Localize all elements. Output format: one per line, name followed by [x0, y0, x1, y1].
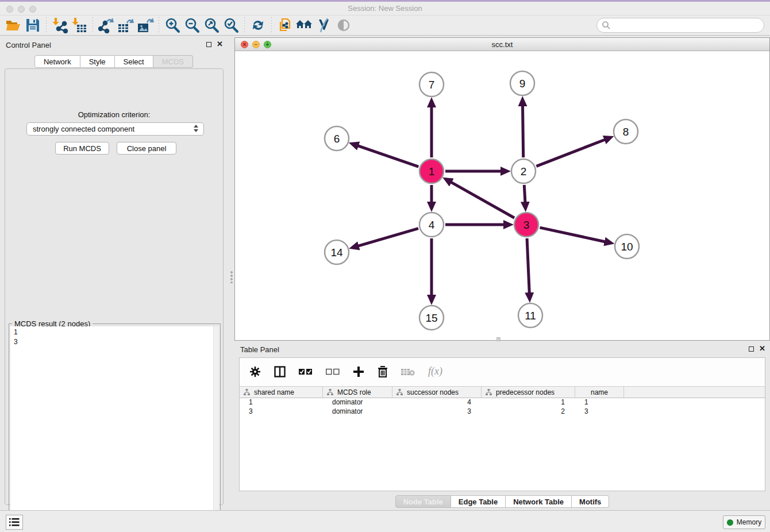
column-panel-icon[interactable] — [274, 366, 286, 377]
close-panel-button[interactable]: Close panel — [117, 142, 176, 155]
optimization-criterion-label: Optimization criterion: — [5, 110, 223, 119]
refresh-layout-icon[interactable] — [248, 17, 268, 34]
float-table-panel-icon[interactable] — [749, 346, 754, 352]
export-table-icon[interactable] — [116, 17, 136, 34]
column-type-icon — [244, 389, 250, 395]
node-3[interactable]: 3 — [514, 213, 538, 237]
node-6[interactable]: 6 — [325, 126, 349, 151]
edge-3-10[interactable] — [540, 228, 605, 242]
float-panel-icon[interactable] — [206, 42, 211, 47]
mcds-result-text[interactable]: 1 3 — [10, 326, 213, 532]
node-7[interactable]: 7 — [419, 72, 444, 97]
tab-node-table[interactable]: Node Table — [395, 495, 451, 508]
node-15[interactable]: 15 — [419, 306, 444, 330]
tab-edge-table[interactable]: Edge Table — [451, 495, 506, 508]
tab-select[interactable]: Select — [115, 55, 153, 68]
cell-successor-nodes[interactable]: 3 — [392, 407, 482, 417]
edge-3-11[interactable] — [527, 238, 529, 294]
node-1[interactable]: 1 — [419, 159, 444, 183]
vertical-splitter-grip[interactable] — [230, 271, 233, 283]
show-hide-icon[interactable] — [334, 17, 353, 34]
edge-3-1[interactable] — [451, 182, 514, 218]
cell-shared-name[interactable]: 3 — [240, 407, 323, 417]
table-toolbar: f(x) — [240, 358, 765, 385]
node-14[interactable]: 14 — [325, 240, 349, 264]
column-header-successor-nodes[interactable]: successor nodes — [392, 387, 482, 398]
network-canvas[interactable]: 7968124314101511 — [235, 51, 769, 340]
column-header-name[interactable]: name — [575, 387, 624, 398]
search-input[interactable] — [611, 21, 754, 29]
mcds-result-group: MCDS result (2 nodes) 1 3 — [9, 323, 221, 532]
zoom-fit-icon[interactable] — [202, 17, 221, 34]
export-network-icon[interactable] — [97, 17, 116, 34]
export-image-icon[interactable] — [136, 17, 155, 34]
node-4[interactable]: 4 — [419, 213, 444, 237]
function-builder-icon[interactable]: f(x) — [428, 365, 442, 377]
edge-4-14[interactable] — [357, 229, 418, 246]
table-body: 1dominator4113dominator323 — [240, 398, 765, 417]
node-2[interactable]: 2 — [511, 159, 536, 183]
close-panel-icon[interactable]: ✕ — [217, 41, 223, 47]
task-history-button[interactable] — [6, 515, 23, 530]
node-10[interactable]: 10 — [615, 234, 639, 259]
import-network-icon[interactable] — [50, 17, 70, 34]
horizontal-splitter-grip[interactable] — [496, 337, 500, 341]
delete-column-icon[interactable] — [378, 366, 388, 377]
cell-predecessor-nodes[interactable]: 2 — [482, 407, 575, 417]
table-row[interactable]: 3dominator323 — [240, 407, 765, 417]
zoom-in-icon[interactable] — [163, 17, 182, 34]
optimization-criterion-select[interactable]: strongly connected component — [26, 122, 204, 136]
main-toolbar — [0, 16, 770, 36]
cell-name[interactable]: 3 — [575, 407, 624, 417]
table-row[interactable]: 1dominator411 — [240, 398, 765, 407]
home-icon[interactable] — [295, 17, 314, 34]
cell-predecessor-nodes[interactable]: 1 — [482, 398, 575, 407]
node-8[interactable]: 8 — [614, 119, 638, 144]
table-panel-tabs: Node TableEdge TableNetwork TableMotifs — [234, 495, 770, 508]
close-table-panel-icon[interactable]: ✕ — [759, 346, 765, 352]
column-header-shared-name[interactable]: shared name — [240, 387, 323, 398]
tab-mcds[interactable]: MCDS — [153, 55, 193, 68]
zoom-out-icon[interactable] — [182, 17, 202, 34]
memory-button[interactable]: Memory — [723, 515, 765, 529]
cell-MCDS-role[interactable]: dominator — [323, 398, 392, 407]
cell-MCDS-role[interactable]: dominator — [323, 407, 392, 417]
tab-style[interactable]: Style — [80, 55, 115, 68]
add-column-icon[interactable] — [353, 366, 364, 377]
svg-text:4: 4 — [429, 219, 435, 231]
table-settings-icon[interactable] — [249, 366, 261, 377]
edge-1-6[interactable] — [357, 145, 418, 167]
mcds-tab-content: Optimization criterion: strongly connect… — [5, 68, 224, 505]
tab-network[interactable]: Network — [34, 55, 80, 68]
edge-2-3[interactable] — [524, 185, 525, 203]
result-scrollbar[interactable] — [213, 326, 219, 532]
node-9[interactable]: 9 — [510, 71, 534, 95]
column-header-MCDS-role[interactable]: MCDS role — [323, 387, 392, 398]
deselect-all-columns-icon[interactable] — [326, 368, 340, 375]
cell-shared-name[interactable]: 1 — [240, 398, 323, 407]
save-session-icon[interactable] — [23, 17, 43, 34]
import-table-icon[interactable] — [70, 17, 89, 34]
column-header-predecessor-nodes[interactable]: predecessor nodes — [482, 387, 575, 398]
column-type-icon — [327, 389, 333, 395]
delete-table-icon[interactable] — [401, 367, 415, 376]
network-graph[interactable]: 7968124314101511 — [235, 51, 769, 340]
svg-text:10: 10 — [621, 241, 633, 253]
control-panel-tabs: NetworkStyleSelectMCDS — [0, 55, 228, 68]
node-11[interactable]: 11 — [518, 303, 542, 327]
select-all-columns-icon[interactable] — [299, 368, 313, 375]
network-window-titlebar[interactable]: × − + scc.txt — [235, 38, 769, 51]
search-field[interactable] — [596, 18, 764, 33]
visual-style-icon[interactable] — [314, 17, 334, 34]
edge-2-9[interactable] — [522, 105, 523, 157]
tab-motifs[interactable]: Motifs — [572, 495, 609, 508]
cell-successor-nodes[interactable]: 4 — [392, 398, 482, 407]
duplicate-network-icon[interactable] — [275, 17, 295, 34]
run-mcds-button[interactable]: Run MCDS — [55, 142, 109, 155]
edge-2-8[interactable] — [536, 140, 605, 167]
open-file-icon[interactable] — [3, 17, 23, 34]
cell-name[interactable]: 1 — [575, 398, 624, 407]
window-title: Session: New Session — [0, 4, 770, 13]
zoom-selected-icon[interactable] — [221, 17, 241, 34]
tab-network-table[interactable]: Network Table — [506, 495, 572, 508]
